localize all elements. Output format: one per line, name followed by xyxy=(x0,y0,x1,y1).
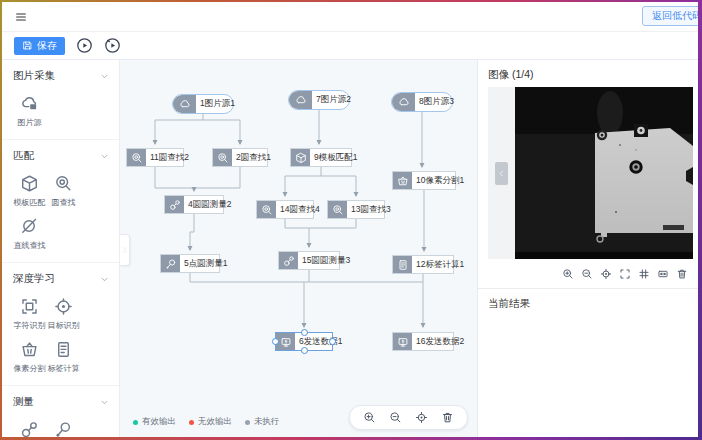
section-items: 图片源 xyxy=(13,94,110,128)
app-window: 返回低代码 保存 图片采集图片源匹配模板匹配圆查找直线查找深度学习字符识别目标识… xyxy=(2,2,698,437)
section-header[interactable]: 深度学习 xyxy=(13,269,110,290)
legend-item: 无效输出 xyxy=(189,416,232,428)
flow-node-n13[interactable]: 13圆查找3 xyxy=(327,200,385,219)
circle-search-icon xyxy=(328,201,347,218)
workpiece-image[interactable] xyxy=(515,87,693,259)
chevron-down-icon xyxy=(99,151,110,162)
trash-icon[interactable] xyxy=(676,268,688,280)
flow-node-n15[interactable]: 15圆圆测量3 xyxy=(278,251,340,270)
flow-node-n16[interactable]: 16发送数据2 xyxy=(392,332,454,351)
legend-label: 有效输出 xyxy=(142,416,176,428)
section-items: 圆圆测量点圆测量点点测量 xyxy=(13,420,110,437)
doc-icon xyxy=(393,256,412,273)
circle-circle-icon xyxy=(165,196,184,213)
cloud-icon xyxy=(173,95,196,113)
image-nav-strip xyxy=(488,87,515,259)
flow-node-n7[interactable]: 7图片源2 xyxy=(288,90,350,110)
trash-icon[interactable] xyxy=(441,411,454,424)
node-label: 8图片源3 xyxy=(415,93,458,111)
flow-node-n11[interactable]: 11圆查找2 xyxy=(126,148,184,167)
flow-node-n9[interactable]: 9模板匹配1 xyxy=(290,148,352,167)
selection-anchor-b[interactable] xyxy=(301,347,308,354)
cloud-icon xyxy=(289,91,312,109)
section-header[interactable]: 测量 xyxy=(13,392,110,413)
sidebar-tool-basket[interactable]: 像素分割 xyxy=(13,340,46,374)
flow-node-n1[interactable]: 1图片源1 xyxy=(172,94,234,114)
cube-icon xyxy=(20,174,39,193)
flow-node-n14[interactable]: 14圆查找4 xyxy=(256,200,314,219)
flow-node-n5[interactable]: 5点圆测量1 xyxy=(160,254,220,273)
canvas-zoom-toolbar xyxy=(349,405,468,430)
flow-node-n4[interactable]: 4圆圆测量2 xyxy=(164,195,224,214)
basket-icon xyxy=(393,172,412,189)
point-circle-icon xyxy=(54,420,73,437)
zoom-out-icon[interactable] xyxy=(389,411,402,424)
sidebar-tool-ocr[interactable]: 字符识别 xyxy=(13,297,46,331)
sidebar-collapse-handle[interactable] xyxy=(120,234,130,266)
ocr-icon xyxy=(20,297,39,316)
sidebar-section-2: 深度学习字符识别目标识别像素分割标签计算 xyxy=(2,263,119,386)
main-area: 图片采集图片源匹配模板匹配圆查找直线查找深度学习字符识别目标识别像素分割标签计算… xyxy=(2,60,698,437)
target-icon xyxy=(54,297,73,316)
sidebar-section-3: 测量圆圆测量点圆测量点点测量 xyxy=(2,386,119,437)
tool-label: 目标识别 xyxy=(48,320,80,331)
node-label: 7图片源2 xyxy=(312,91,355,109)
prev-image-button[interactable] xyxy=(495,162,508,185)
node-label: 13圆查找3 xyxy=(347,201,395,218)
node-label: 10像素分割1 xyxy=(412,172,468,189)
fit-icon[interactable] xyxy=(657,268,669,280)
zoom-in-icon[interactable] xyxy=(363,411,376,424)
flow-node-n10[interactable]: 10像素分割1 xyxy=(392,171,456,190)
fullscreen-icon[interactable] xyxy=(619,268,631,280)
grid-icon[interactable] xyxy=(638,268,650,280)
sidebar-tool-target[interactable]: 目标识别 xyxy=(47,297,80,331)
point-circle-icon xyxy=(161,255,180,272)
legend-label: 未执行 xyxy=(254,416,280,428)
cloud-icon xyxy=(392,93,415,111)
flow-canvas[interactable]: 1图片源17图片源28图片源311圆查找22圆查找19模板匹配110像素分割14… xyxy=(120,60,477,437)
menu-hamburger-icon[interactable] xyxy=(14,10,28,24)
save-button[interactable]: 保存 xyxy=(14,37,65,55)
sidebar-tool-point-circle[interactable]: 点圆测量 xyxy=(47,420,80,437)
flow-node-n8[interactable]: 8图片源3 xyxy=(391,92,453,112)
section-header[interactable]: 图片采集 xyxy=(13,66,110,87)
basket-icon xyxy=(20,340,39,359)
back-to-lowcode-button[interactable]: 返回低代码 xyxy=(642,6,698,26)
zoom-in-icon[interactable] xyxy=(562,268,574,280)
sidebar-tool-circle-circle[interactable]: 圆圆测量 xyxy=(13,420,46,437)
tool-label: 字符识别 xyxy=(14,320,46,331)
sidebar-tool-doc[interactable]: 标签计算 xyxy=(47,340,80,374)
circle-search-icon xyxy=(213,149,232,166)
selection-anchor-r[interactable] xyxy=(329,338,336,345)
sidebar-tool-cube[interactable]: 模板匹配 xyxy=(13,174,46,208)
action-toolbar: 保存 xyxy=(2,32,698,60)
selection-anchor-l[interactable] xyxy=(272,338,279,345)
flow-node-n12[interactable]: 12标签计算1 xyxy=(392,255,454,274)
image-toolbar xyxy=(478,259,698,288)
section-header[interactable]: 匹配 xyxy=(13,146,110,167)
sidebar-tool-line-search[interactable]: 直线查找 xyxy=(13,217,46,251)
node-label: 11圆查找2 xyxy=(146,149,193,166)
tool-label: 模板匹配 xyxy=(14,197,46,208)
section-title: 匹配 xyxy=(13,149,34,163)
flow-node-n6[interactable]: 6发送数据1 xyxy=(275,332,333,351)
circle-search-icon xyxy=(127,149,146,166)
node-label: 5点圆测量1 xyxy=(180,255,231,272)
locate-icon[interactable] xyxy=(415,411,428,424)
legend-dot xyxy=(189,420,194,425)
run-once-button[interactable] xyxy=(104,37,121,54)
circle-search-icon xyxy=(257,201,276,218)
node-label: 16发送数据2 xyxy=(412,333,468,350)
tool-label: 图片源 xyxy=(18,117,42,128)
sidebar-tool-circle-search[interactable]: 圆查找 xyxy=(47,174,80,208)
zoom-out-icon[interactable] xyxy=(581,268,593,280)
sidebar-section-1: 匹配模板匹配圆查找直线查找 xyxy=(2,140,119,263)
flow-node-n2[interactable]: 2圆查找1 xyxy=(212,148,268,167)
run-button[interactable] xyxy=(76,37,93,54)
section-title: 图片采集 xyxy=(13,69,55,83)
selection-anchor-t[interactable] xyxy=(301,329,308,336)
tool-label: 像素分割 xyxy=(14,363,46,374)
locate-icon[interactable] xyxy=(600,268,612,280)
save-icon xyxy=(22,40,33,51)
sidebar-tool-cloud-image[interactable]: 图片源 xyxy=(13,94,46,128)
